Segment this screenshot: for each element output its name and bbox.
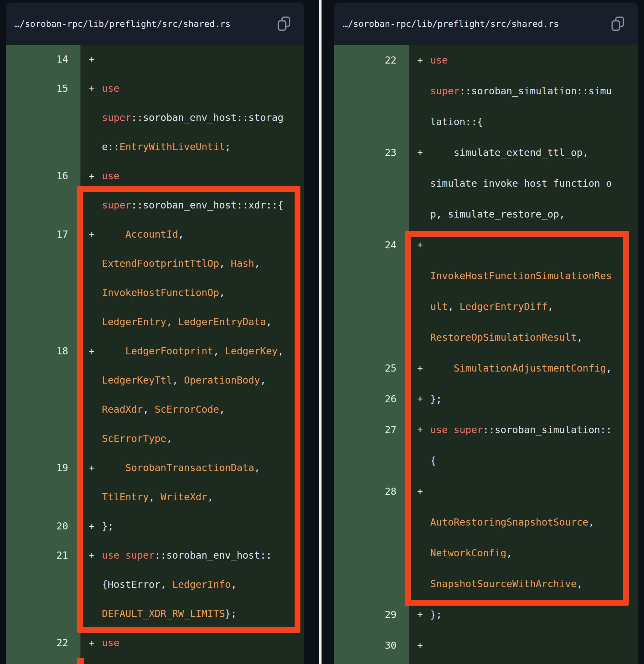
line-number: 25 — [334, 353, 409, 383]
diff-row[interactable]: 23+ simulate_extend_ttl_op, — [334, 137, 638, 168]
copy-icon[interactable] — [610, 16, 625, 32]
code-text: p, simulate_restore_op, — [430, 199, 565, 230]
line-number: 27 — [334, 414, 409, 445]
line-number: 15 — [6, 74, 80, 103]
diff-row[interactable]: lation::{ — [334, 106, 638, 137]
code-text: super::soroban_simulation::simu — [430, 76, 612, 106]
line-number: 18 — [6, 336, 80, 366]
diff-row[interactable]: 30+ — [334, 630, 638, 661]
addition-marker: + — [89, 74, 102, 103]
line-number: 17 — [6, 220, 80, 249]
copy-icon[interactable] — [277, 16, 291, 32]
diff-row[interactable]: 22+use — [334, 45, 638, 76]
addition-marker: + — [417, 137, 430, 168]
line-number: 19 — [6, 453, 80, 482]
line-number: 26 — [334, 383, 409, 414]
line-number: 28 — [334, 476, 409, 507]
diff-row[interactable]: super::soroban_simulation::simu — [334, 76, 638, 106]
file-path: …/soroban-rpc/lib/preflight/src/shared.r… — [343, 19, 559, 29]
code-text: super::soroban_env_host::storag — [102, 103, 284, 132]
code-text: simulate_invoke_host_function_o — [430, 168, 612, 199]
code-text: use — [430, 45, 448, 76]
line-number: 22 — [334, 45, 409, 76]
line-number: 20 — [6, 512, 80, 541]
addition-marker: + — [417, 45, 430, 76]
code-text: DEFAULT_XDR_RW_LIMITS}; — [102, 658, 237, 664]
diff-view: …/soroban-rpc/lib/preflight/src/shared.r… — [0, 0, 644, 664]
line-number: 24 — [334, 230, 409, 260]
diff-code-area: 14+15+usesuper::soroban_env_host::storag… — [6, 45, 304, 664]
line-number: 16 — [6, 162, 80, 191]
panel-divider — [319, 0, 322, 664]
file-diff-panel-left: …/soroban-rpc/lib/preflight/src/shared.r… — [6, 3, 304, 664]
code-text: lation::{ — [430, 106, 483, 137]
code-text: simulate_extend_ttl_op, — [430, 137, 588, 168]
highlight-box-partial — [77, 658, 84, 664]
addition-marker: + — [417, 630, 430, 661]
diff-row[interactable]: 14+ — [6, 45, 304, 74]
diff-code-area: 22+usesuper::soroban_simulation::simulat… — [334, 45, 638, 664]
diff-row[interactable]: DEFAULT_XDR_RW_LIMITS}; — [6, 658, 304, 664]
file-diff-panel-right: …/soroban-rpc/lib/preflight/src/shared.r… — [334, 3, 638, 664]
line-number: 14 — [6, 45, 80, 74]
file-path: …/soroban-rpc/lib/preflight/src/shared.r… — [14, 19, 230, 29]
diff-row[interactable]: 31+// — [334, 661, 638, 664]
line-number: 22 — [6, 628, 80, 658]
line-number: 31 — [334, 661, 409, 664]
highlight-box — [405, 231, 629, 606]
diff-row[interactable]: 15+use — [6, 74, 304, 103]
code-text: // — [430, 661, 442, 664]
line-number: 29 — [334, 599, 409, 630]
code-text: use — [102, 74, 119, 103]
line-number: 30 — [334, 630, 409, 661]
addition-marker: + — [89, 45, 102, 74]
diff-row[interactable]: p, simulate_restore_op, — [334, 199, 638, 230]
file-header[interactable]: …/soroban-rpc/lib/preflight/src/shared.r… — [334, 3, 638, 45]
line-number: 21 — [6, 541, 80, 570]
file-header[interactable]: …/soroban-rpc/lib/preflight/src/shared.r… — [6, 3, 304, 45]
addition-marker: + — [417, 661, 430, 664]
code-text: e::EntryWithLiveUntil; — [102, 132, 231, 162]
diff-row[interactable]: e::EntryWithLiveUntil; — [6, 132, 304, 162]
line-number: 23 — [334, 137, 409, 168]
highlight-box — [77, 186, 300, 633]
diff-row[interactable]: simulate_invoke_host_function_o — [334, 168, 638, 199]
diff-row[interactable]: super::soroban_env_host::storag — [6, 103, 304, 132]
